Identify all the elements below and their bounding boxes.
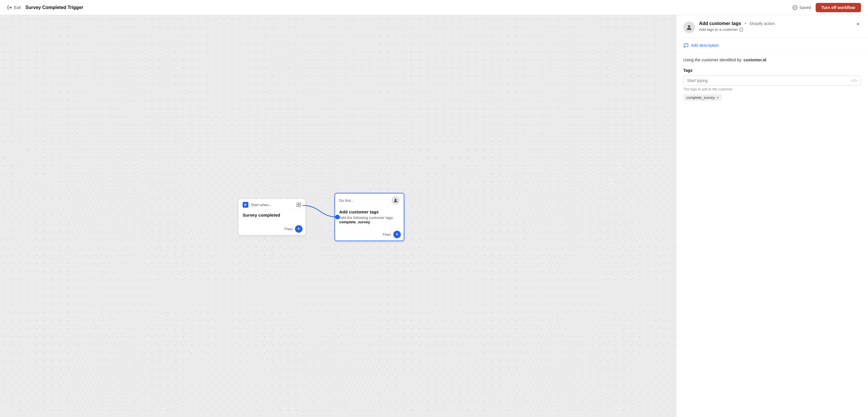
tags-section: Tags </> The tags to add to the customer… — [676, 65, 868, 104]
info-icon — [739, 28, 743, 32]
trigger-title: Survey completed — [243, 213, 301, 218]
trigger-node[interactable]: Start when... Survey completed Then + — [239, 199, 305, 235]
action-desc: Add the following customer tags: complet… — [339, 216, 400, 224]
turn-off-button[interactable]: Turn off workflow — [816, 3, 861, 12]
main-area: Start when... Survey completed Then + — [0, 15, 868, 417]
action-add-button[interactable]: + — [393, 231, 401, 238]
tag-chip: complete_survey × — [683, 94, 722, 101]
trigger-then-label: Then — [284, 227, 292, 231]
trigger-play-icon — [243, 202, 248, 207]
tags-label: Tags — [683, 68, 861, 73]
tag-chip-label: complete_survey — [686, 95, 715, 100]
exit-icon — [7, 5, 12, 10]
action-node-footer: Then + — [335, 228, 404, 240]
code-icon: </> — [851, 78, 857, 83]
page-title: Survey Completed Trigger — [25, 5, 83, 10]
panel-avatar — [683, 22, 695, 33]
action-node-header: Do this... — [335, 193, 404, 206]
action-title: Add customer tags — [339, 210, 400, 214]
panel-subtitle: Shopify action — [749, 21, 775, 26]
action-node[interactable]: Do this... Add customer tags Add the fol… — [335, 193, 404, 241]
panel-header-left: Add customer tags • Shopify action Add t… — [683, 21, 775, 33]
trigger-header-left: Start when... — [243, 202, 272, 207]
workflow-canvas[interactable]: Start when... Survey completed Then + — [0, 15, 676, 417]
svg-rect-4 — [297, 205, 299, 207]
close-button[interactable]: × — [855, 21, 861, 27]
tags-input-row[interactable]: </> — [683, 75, 861, 86]
svg-point-6 — [335, 215, 340, 219]
action-then-label: Then — [382, 232, 391, 237]
tag-remove-button[interactable]: × — [716, 96, 719, 100]
action-header-left: Do this... — [339, 198, 354, 203]
trigger-header-label: Start when... — [251, 203, 272, 207]
panel-title: Add customer tags • Shopify action — [699, 21, 775, 26]
svg-rect-2 — [297, 203, 299, 204]
connector-svg — [303, 199, 337, 234]
grid-icon — [296, 202, 301, 207]
svg-rect-3 — [299, 203, 301, 204]
panel-desc: Add tags to a customer — [699, 27, 775, 32]
svg-point-8 — [688, 25, 690, 28]
trigger-add-button[interactable]: + — [295, 225, 303, 233]
connector-area — [305, 199, 335, 234]
exit-button[interactable]: Exit — [7, 5, 21, 10]
svg-rect-5 — [299, 205, 301, 207]
action-header-label: Do this... — [339, 198, 354, 203]
customer-id-field: customer.id — [744, 58, 767, 62]
header: Exit Survey Completed Trigger Saved Turn… — [0, 0, 868, 15]
trigger-node-header: Start when... — [239, 199, 305, 210]
saved-status: Saved — [793, 5, 811, 10]
action-tag-value: complete_survey — [339, 220, 370, 224]
exit-label: Exit — [14, 5, 21, 10]
add-description-button[interactable]: Add description — [683, 43, 719, 48]
action-node-body: Add customer tags Add the following cust… — [335, 206, 404, 228]
tags-hint: The tags to add to the customer — [683, 87, 861, 91]
header-left: Exit Survey Completed Trigger — [7, 5, 84, 10]
svg-marker-1 — [245, 203, 247, 206]
svg-point-7 — [395, 199, 397, 200]
trigger-node-body: Survey completed — [239, 210, 305, 223]
add-description-section: Add description — [676, 38, 868, 53]
tags-input[interactable] — [687, 78, 849, 83]
workflow-area: Start when... Survey completed Then + — [239, 193, 404, 241]
header-right: Saved Turn off workflow — [793, 3, 861, 12]
customer-info-section: Using the customer identified by: custom… — [676, 53, 868, 65]
chat-icon — [683, 43, 688, 48]
panel-title-group: Add customer tags • Shopify action Add t… — [699, 21, 775, 32]
panel-subtitle-connector: • — [745, 21, 746, 26]
saved-icon — [793, 5, 798, 10]
panel-header: Add customer tags • Shopify action Add t… — [676, 15, 868, 38]
trigger-node-footer: Then + — [239, 223, 305, 235]
right-panel: Add customer tags • Shopify action Add t… — [676, 15, 868, 417]
action-person-icon — [392, 196, 400, 204]
add-description-label: Add description — [691, 43, 719, 48]
